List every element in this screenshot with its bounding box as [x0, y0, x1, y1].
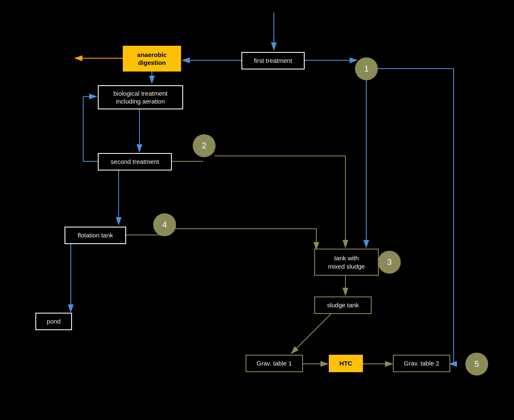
grav-table1-node: Grav. table 1: [246, 355, 303, 372]
second-treatment-node: second treatment: [98, 153, 172, 170]
grav-table2-node: Grav. table 2: [393, 355, 450, 372]
tank-mixed-sludge-node: tank with mixed sludge: [314, 249, 379, 276]
flotation-tank-node: flotation tank: [65, 227, 126, 244]
pond-node: pond: [35, 313, 72, 330]
diagram-container: anaerobic digestion first treatment biol…: [0, 0, 514, 420]
circle-2: 2: [193, 134, 216, 157]
htc-node: HTC: [329, 355, 363, 372]
svg-line-25: [291, 314, 331, 353]
circle-3: 3: [378, 251, 401, 274]
circle-4: 4: [153, 213, 176, 236]
anaerobic-digestion-node: anaerobic digestion: [123, 46, 181, 72]
circle-5: 5: [465, 353, 488, 376]
bio-treatment-node: biological treatment including aeration: [98, 85, 183, 109]
circle-1: 1: [355, 57, 378, 80]
sludge-tank-node: sludge tank: [314, 296, 372, 314]
first-treatment-node: first treatment: [241, 52, 305, 69]
